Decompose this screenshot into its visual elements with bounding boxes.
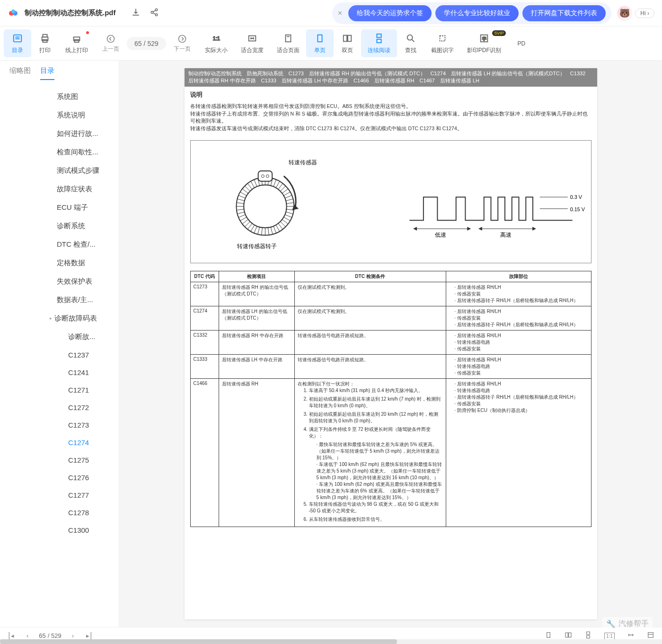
tool-print[interactable]: 打印 bbox=[31, 29, 59, 57]
toc-item[interactable]: 系统图 bbox=[0, 88, 119, 106]
ratio-icon: 1:1 bbox=[211, 32, 221, 45]
table-row: C1466后转速传感器 RH在检测到以下任一状况时：车速高于 50.4 km/h… bbox=[190, 378, 591, 527]
svg-line-49 bbox=[247, 224, 252, 229]
tool-actual-size[interactable]: 1:1 实际大小 bbox=[198, 29, 234, 57]
toc-item[interactable]: 系统说明 bbox=[0, 106, 119, 125]
toc-item[interactable]: 如何进行故... bbox=[0, 125, 119, 143]
svg-line-72 bbox=[276, 181, 280, 188]
svg-line-41 bbox=[273, 226, 276, 233]
svg-line-71 bbox=[273, 179, 276, 187]
th-fault: 故障部位 bbox=[446, 271, 591, 282]
tool-toc[interactable]: 目录 bbox=[4, 29, 31, 57]
suggest-chip-1[interactable]: 给我今天的运势求个签 bbox=[348, 5, 432, 21]
toc-item[interactable]: C1300 bbox=[0, 521, 119, 539]
share-icon[interactable] bbox=[150, 8, 159, 18]
tool-pdf[interactable]: PD bbox=[508, 37, 535, 50]
svg-line-34 bbox=[286, 212, 293, 214]
svg-marker-89 bbox=[413, 227, 417, 231]
tool-continuous[interactable]: 连续阅读 bbox=[361, 29, 397, 57]
app-logo[interactable] bbox=[8, 8, 19, 19]
svg-line-65 bbox=[254, 179, 257, 187]
toc-item[interactable]: 定格数据 bbox=[0, 254, 119, 272]
svg-rect-27 bbox=[440, 36, 445, 41]
toc-item[interactable]: 检查间歇性... bbox=[0, 143, 119, 161]
toc-item[interactable]: C1274 bbox=[0, 434, 119, 451]
toc-item[interactable]: DTC 检查/... bbox=[0, 235, 119, 254]
wrench-icon: 🔧 bbox=[606, 619, 616, 628]
toc-item[interactable]: C1275 bbox=[0, 451, 119, 469]
tool-fit-page[interactable]: 适合页面 bbox=[270, 29, 306, 57]
avatar-box[interactable]: 🐻 Hi › bbox=[617, 6, 654, 21]
close-icon[interactable]: × bbox=[335, 9, 344, 18]
suggest-chip-2[interactable]: 学什么专业比较好就业 bbox=[435, 5, 519, 21]
svg-line-46 bbox=[257, 227, 259, 234]
toc-item[interactable]: ECU 端子 bbox=[0, 198, 119, 217]
main-area: 缩略图 目录 系统图系统说明如何进行故...检查间歇性...测试模式步骤故障症状… bbox=[0, 61, 662, 627]
toc-item[interactable]: 故障症状表 bbox=[0, 180, 119, 198]
prev-page-button[interactable]: 上一页 bbox=[98, 32, 123, 55]
next-page-button[interactable]: 下一页 bbox=[170, 32, 194, 55]
svg-line-36 bbox=[283, 217, 290, 221]
svg-line-73 bbox=[278, 183, 282, 189]
toc-item[interactable]: C1278 bbox=[0, 504, 119, 521]
svg-rect-96 bbox=[547, 633, 550, 638]
body-text: 各转速传感器检测到车轮转速并将相应信号发送到防滑控制 ECU。ABS 控制系统使… bbox=[185, 103, 597, 136]
svg-point-2 bbox=[11, 9, 15, 13]
svg-rect-97 bbox=[565, 633, 568, 637]
tool-ocr[interactable]: SVIP 字 影印PDF识别 bbox=[460, 29, 508, 57]
svg-rect-100 bbox=[587, 635, 590, 638]
toc-item[interactable]: C1276 bbox=[0, 469, 119, 486]
page-input[interactable]: 65 / 529 bbox=[127, 37, 166, 50]
toc-item[interactable]: C1241 bbox=[0, 364, 119, 381]
svg-rect-23 bbox=[377, 34, 381, 37]
svg-marker-93 bbox=[532, 227, 536, 231]
toc-item[interactable]: C1271 bbox=[0, 381, 119, 399]
horizontal-scrollbar[interactable] bbox=[0, 639, 662, 644]
svg-line-39 bbox=[278, 224, 282, 229]
toc-item[interactable]: 诊断故... bbox=[0, 328, 119, 346]
th-item: 检测项目 bbox=[219, 271, 294, 282]
tool-fit-width[interactable]: 适合宽度 bbox=[234, 29, 270, 57]
svg-point-31 bbox=[244, 185, 287, 228]
tool-screenshot[interactable]: 截图识字 bbox=[424, 29, 460, 57]
toc-item[interactable]: C1237 bbox=[0, 346, 119, 364]
continuous-icon bbox=[374, 32, 384, 45]
toc-item[interactable]: 测试模式步骤 bbox=[0, 161, 119, 180]
single-page-icon bbox=[315, 32, 325, 45]
toc-item[interactable]: C1273 bbox=[0, 416, 119, 434]
pdf-viewport[interactable]: 制动控制/动态控制系统 防抱死制动系统 C1273 后转速传感器 RH 的输出信… bbox=[119, 61, 662, 627]
svg-line-37 bbox=[282, 219, 288, 224]
tool-single-page[interactable]: 单页 bbox=[306, 29, 334, 57]
svg-rect-18 bbox=[285, 35, 291, 42]
svg-line-74 bbox=[280, 186, 285, 191]
tool-find[interactable]: 查找 bbox=[397, 29, 424, 57]
printer-icon bbox=[40, 32, 50, 45]
rotor-label: 转速传感器转子 bbox=[237, 243, 277, 250]
toc-list[interactable]: 系统图系统说明如何进行故...检查间歇性...测试模式步骤故障症状表ECU 端子… bbox=[0, 86, 119, 627]
toc-item[interactable]: 失效保护表 bbox=[0, 272, 119, 291]
toc-item[interactable]: C1272 bbox=[0, 399, 119, 416]
svg-line-78 bbox=[286, 199, 293, 201]
svg-line-61 bbox=[242, 188, 248, 193]
svg-line-45 bbox=[261, 227, 262, 235]
toc-item[interactable]: 诊断故障码表 bbox=[0, 309, 119, 328]
table-row: C1332后转速传感器 RH 中存在开路转速传感器信号电路开路或短路。后转速传感… bbox=[190, 330, 591, 354]
footer-page-total: / 529 bbox=[48, 632, 62, 639]
list-icon bbox=[12, 32, 23, 45]
sidebar-tabs: 缩略图 目录 bbox=[0, 61, 119, 86]
page-header-band: 制动控制/动态控制系统 防抱死制动系统 C1273 后转速传感器 RH 的输出信… bbox=[185, 68, 597, 87]
tab-toc[interactable]: 目录 bbox=[40, 66, 54, 80]
tool-online-print[interactable]: 线上打印 bbox=[59, 29, 95, 57]
svg-text:0.3 V: 0.3 V bbox=[570, 194, 582, 200]
cloud-print-icon bbox=[71, 32, 82, 45]
svg-rect-20 bbox=[318, 35, 322, 42]
chevron-right-icon bbox=[177, 34, 187, 45]
svg-rect-101 bbox=[648, 633, 653, 638]
tab-thumbnail[interactable]: 缩略图 bbox=[9, 66, 31, 80]
toc-item[interactable]: 诊断系统 bbox=[0, 217, 119, 235]
toc-item[interactable]: 数据表/主... bbox=[0, 291, 119, 309]
toc-item[interactable]: C1277 bbox=[0, 486, 119, 504]
suggest-chip-3[interactable]: 打开网盘下载文件列表 bbox=[522, 5, 606, 21]
download-icon[interactable] bbox=[131, 8, 141, 18]
tool-double-page[interactable]: 双页 bbox=[334, 29, 361, 57]
